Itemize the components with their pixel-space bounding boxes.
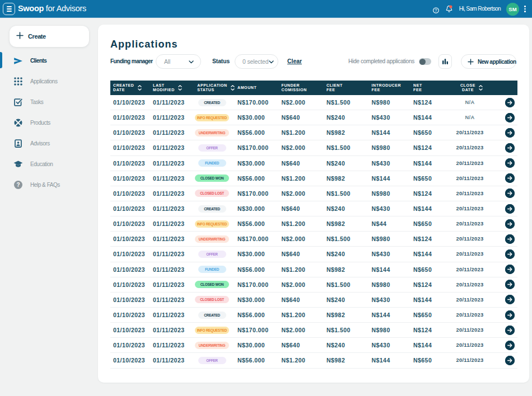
clear-filters-link[interactable]: Clear bbox=[287, 54, 302, 69]
open-application-button[interactable] bbox=[505, 310, 515, 320]
cell-introducer-fee: N$144 bbox=[371, 175, 413, 182]
sidebar-item-help-faqs[interactable]: ?Help & FAQs bbox=[0, 175, 99, 195]
cell-client-fee: N$982 bbox=[326, 312, 371, 318]
cell-introducer-fee: N$980 bbox=[371, 190, 413, 197]
cell-funder-comission: N$1.200 bbox=[281, 266, 326, 273]
cell-client-fee: N$1.500 bbox=[326, 281, 371, 288]
cell-actions bbox=[488, 219, 517, 229]
cell-client-fee: N$982 bbox=[326, 266, 371, 273]
table-row: 01/10/202301/11/2023UNDERWRITINGN$56.000… bbox=[110, 125, 517, 140]
cell-introducer-fee: N$430 bbox=[371, 251, 413, 257]
sidebar-item-advisors[interactable]: Advisors bbox=[0, 133, 99, 154]
sidebar-item-applications[interactable]: Applications bbox=[0, 71, 99, 92]
cell-actions bbox=[488, 128, 517, 138]
sort-chevrons-icon[interactable] bbox=[138, 85, 142, 91]
open-application-button[interactable] bbox=[505, 234, 515, 244]
cell-application-status: CREATED bbox=[195, 312, 237, 319]
cell-introducer-fee: N$980 bbox=[371, 235, 413, 242]
status-badge: INFO REQUESTED bbox=[195, 114, 229, 121]
create-button[interactable]: Create bbox=[10, 26, 89, 47]
column-header-line: AMOUNT bbox=[237, 86, 256, 90]
open-application-button[interactable] bbox=[505, 280, 515, 289]
cell-introducer-fee: N$144 bbox=[371, 266, 413, 273]
cell-close-date: 20/11/2023 bbox=[452, 282, 488, 287]
open-application-button[interactable] bbox=[505, 341, 515, 350]
menu-hamburger-button[interactable] bbox=[3, 3, 15, 15]
cell-close-date: 20/11/2023 bbox=[452, 297, 488, 303]
sidebar-item-education[interactable]: Education bbox=[0, 154, 99, 175]
cell-close-date: N/A bbox=[452, 100, 488, 105]
cell-created-date: 01/10/2023 bbox=[110, 144, 152, 151]
cell-net-fee: N$124 bbox=[413, 235, 452, 242]
open-application-button[interactable] bbox=[505, 204, 515, 214]
column-header-line: MODIFIED bbox=[153, 88, 175, 92]
status-dropdown[interactable]: 0 selected bbox=[235, 54, 278, 69]
column-header-line: LAST bbox=[153, 83, 175, 88]
sidebar-item-label: Tasks bbox=[30, 99, 43, 105]
open-application-button[interactable] bbox=[505, 113, 515, 122]
open-application-button[interactable] bbox=[505, 158, 515, 168]
chart-view-button[interactable] bbox=[438, 54, 452, 69]
status-badge: OFFER bbox=[198, 144, 226, 152]
open-application-button[interactable] bbox=[505, 326, 515, 335]
cell-created-date: 01/10/2023 bbox=[110, 99, 152, 106]
cell-funder-comission: N$640 bbox=[281, 205, 326, 212]
hide-completed-toggle[interactable] bbox=[419, 58, 431, 65]
open-application-button[interactable] bbox=[505, 295, 515, 304]
new-application-label: New application bbox=[478, 59, 516, 65]
cell-client-fee: N$982 bbox=[326, 175, 371, 182]
cell-client-fee: N$1.500 bbox=[326, 327, 371, 333]
notifications-bell-icon[interactable] bbox=[445, 5, 453, 15]
open-application-button[interactable] bbox=[505, 188, 515, 198]
open-application-button[interactable] bbox=[505, 219, 515, 229]
sidebar-item-label: Clients bbox=[30, 58, 46, 64]
table-row: 01/10/202301/11/2023OFFERN$30.000N$640N$… bbox=[110, 247, 517, 262]
open-application-button[interactable] bbox=[505, 128, 515, 138]
kebab-menu-icon[interactable] bbox=[523, 6, 527, 12]
open-application-button[interactable] bbox=[505, 98, 515, 107]
column-header-last-modified[interactable]: LASTMODIFIED bbox=[152, 81, 195, 95]
cell-actions bbox=[488, 98, 517, 107]
cell-funder-comission: N$640 bbox=[281, 296, 326, 303]
cell-amount: N$30.000 bbox=[237, 160, 281, 167]
cell-amount: N$56.000 bbox=[237, 312, 281, 318]
active-indicator bbox=[0, 52, 2, 69]
new-application-button[interactable]: New application bbox=[461, 54, 516, 69]
sidebar-item-tasks[interactable]: Tasks bbox=[0, 92, 99, 112]
table-row: 01/10/202301/11/2023OFFERN$56.000N$1.200… bbox=[110, 353, 517, 368]
user-avatar[interactable]: SM bbox=[506, 3, 519, 16]
cell-application-status: CREATED bbox=[195, 99, 237, 106]
cell-actions bbox=[488, 356, 517, 365]
open-application-button[interactable] bbox=[505, 173, 515, 183]
cell-created-date: 01/10/2023 bbox=[110, 205, 152, 212]
sidebar-item-products[interactable]: Products bbox=[0, 112, 99, 133]
column-header-line: DATE bbox=[113, 88, 134, 92]
cell-actions bbox=[488, 265, 517, 274]
cell-created-date: 01/10/2023 bbox=[110, 114, 152, 121]
cell-net-fee: N$144 bbox=[413, 160, 452, 167]
cell-last-modified: 01/11/2023 bbox=[152, 175, 195, 182]
cell-application-status: UNDERWRITING bbox=[195, 129, 237, 136]
cell-net-fee: N$650 bbox=[413, 312, 452, 318]
sort-chevrons-icon[interactable] bbox=[178, 85, 182, 91]
open-application-button[interactable] bbox=[505, 143, 515, 153]
cell-application-status: FUNDED bbox=[195, 266, 237, 273]
funding-manager-dropdown[interactable]: All bbox=[156, 54, 201, 69]
column-header-close-date[interactable]: CLOSEDATE bbox=[452, 81, 488, 95]
open-application-button[interactable] bbox=[505, 249, 515, 259]
sort-chevrons-icon[interactable] bbox=[231, 85, 235, 91]
cell-last-modified: 01/11/2023 bbox=[152, 205, 195, 212]
open-application-button[interactable] bbox=[505, 265, 515, 274]
table-row: 01/10/202301/11/2023OFFERN$170.000N$2.00… bbox=[110, 140, 517, 155]
column-header-application-status[interactable]: APPLICATIONSTATUS bbox=[195, 81, 237, 95]
sort-chevrons-icon[interactable] bbox=[479, 85, 483, 91]
column-header-created-date[interactable]: CREATEDDATE bbox=[110, 81, 152, 95]
sidebar-item-clients[interactable]: Clients bbox=[0, 50, 99, 71]
status-badge: INFO REQUESTED bbox=[195, 220, 229, 228]
cell-actions bbox=[488, 326, 517, 335]
help-icon[interactable] bbox=[433, 6, 439, 16]
open-application-button[interactable] bbox=[505, 356, 515, 365]
cell-created-date: 01/10/2023 bbox=[110, 266, 152, 273]
status-badge: CREATED bbox=[198, 205, 226, 213]
cell-funder-comission: N$640 bbox=[281, 251, 326, 257]
